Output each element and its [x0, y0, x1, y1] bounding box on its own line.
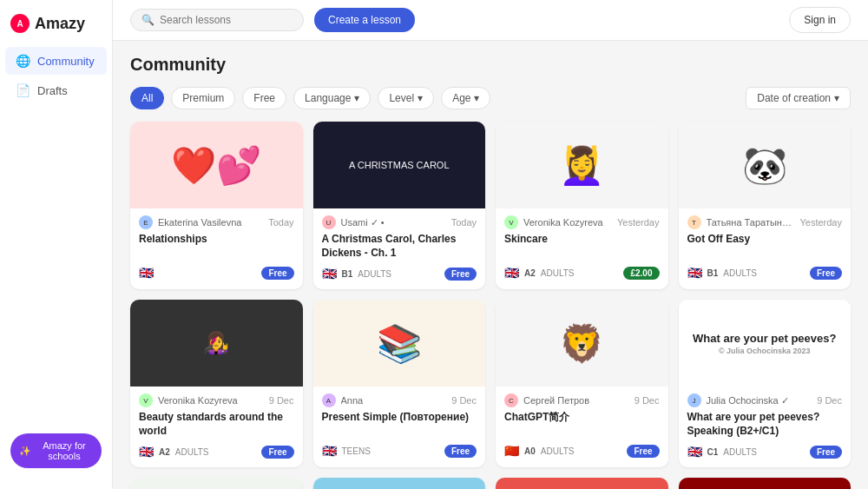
christmas-text: A CHRISTMAS CAROL: [345, 155, 454, 175]
lesson-card[interactable]: Merry Christmas S Sonya 7 Dec Christmas …: [679, 478, 852, 489]
panda-emoji: 🐼: [742, 144, 787, 187]
filter-level[interactable]: Level ▾: [378, 87, 434, 109]
sidebar-item-label: Community: [37, 55, 95, 68]
card-grid: ❤️💕 E Ekaterina Vasilevna Today Relation…: [130, 122, 851, 489]
avatar: Т: [687, 215, 701, 229]
card-title: Present Simple (Повторение): [322, 411, 477, 437]
sparkle-icon: ✨: [19, 446, 31, 457]
card-thumbnail: 👩‍🎤: [130, 300, 303, 387]
card-thumbnail: 🦁: [496, 300, 668, 387]
price-badge: Free: [261, 267, 293, 280]
lesson-card[interactable]: 🦁 С Сергей Петров 9 Dec ChatGPT简介 🇨🇳 A0: [496, 300, 668, 467]
card-author: Сергей Петров: [523, 395, 629, 406]
logo-icon: A: [10, 14, 30, 33]
search-icon: 🔍: [141, 14, 155, 26]
sign-in-button[interactable]: Sign in: [789, 7, 851, 33]
amazy-schools-button[interactable]: ✨ Amazy for schools: [10, 433, 102, 468]
flag-icon: 🇬🇧: [687, 445, 702, 459]
avatar: A: [322, 393, 336, 407]
price-badge: Free: [261, 446, 293, 459]
card-date: 9 Dec: [817, 395, 842, 406]
card-body: V Veronika Kozyreva Yesterday Skincare 🇬…: [496, 208, 668, 288]
create-lesson-button[interactable]: Create a lesson: [314, 8, 415, 32]
card-meta: V Veronika Kozyreva 9 Dec: [139, 393, 294, 407]
flag-icon: 🇬🇧: [139, 445, 154, 459]
card-meta: U Usami ✓ • Today: [322, 215, 477, 229]
header: 🔍 Create a lesson Sign in: [113, 0, 868, 41]
card-title: Got Off Easy: [687, 233, 843, 259]
card-title: Skincare: [504, 233, 660, 259]
lesson-card[interactable]: 🎁 К Кристина Бакала 8 Dec Gift giving 🇬🇧…: [313, 478, 486, 489]
sidebar-item-drafts[interactable]: 📄 Drafts: [5, 76, 107, 104]
globe-icon: 🌐: [16, 54, 30, 68]
card-title: A Christmas Carol, Charles Dickens - Ch.…: [322, 233, 477, 260]
books-emoji: 📚: [377, 322, 422, 365]
card-thumbnail: 💆‍♀️: [496, 122, 668, 208]
price-badge: Free: [444, 445, 477, 458]
card-body: U Usami ✓ • Today A Christmas Carol, Cha…: [313, 208, 486, 289]
card-author: Julia Ochocinska ✓: [707, 395, 812, 406]
main-content: 🔍 Create a lesson Sign in Community All …: [113, 0, 868, 489]
lesson-card[interactable]: What are your pet peeves? © Julia Ochoci…: [679, 300, 852, 467]
card-thumbnail: 🐼: [679, 122, 852, 208]
card-author: Veronika Kozyreva: [158, 395, 264, 406]
card-thumbnail: Merry Christmas: [679, 478, 852, 489]
card-thumbnail: 📚: [313, 300, 486, 387]
lesson-card[interactable]: WAY TO BE MORE PERSUASIVE 💡 F Faliya Gal…: [496, 478, 668, 489]
sidebar-item-community[interactable]: 🌐 Community: [5, 47, 107, 75]
lesson-card[interactable]: 👩‍🎤 V Veronika Kozyreva 9 Dec Beauty sta…: [130, 300, 303, 467]
card-date: Yesterday: [617, 217, 660, 228]
card-body: J Julia Ochocinska ✓ 9 Dec What are your…: [679, 387, 852, 467]
card-body: Т Татьяна Таратынова Yesterday Got Off E…: [679, 208, 852, 288]
card-title: Beauty standards around the world: [139, 411, 294, 438]
card-footer: 🇬🇧 TEENS Free: [322, 444, 477, 458]
audience-label: ADULTS: [723, 268, 757, 278]
flag-icon: 🇬🇧: [139, 266, 154, 280]
audience-label: ADULTS: [175, 447, 209, 457]
lesson-card[interactable]: 💆‍♀️ V Veronika Kozyreva Yesterday Skinc…: [496, 122, 668, 289]
price-badge: Free: [444, 268, 477, 281]
filter-free[interactable]: Free: [242, 87, 286, 109]
filter-age[interactable]: Age ▾: [441, 87, 490, 109]
card-date: 9 Dec: [269, 395, 294, 406]
card-author: Татьяна Таратынова: [707, 217, 795, 228]
card-footer: 🇬🇧 B1 ADULTS Free: [322, 267, 477, 281]
card-thumbnail: What are your pet peeves? © Julia Ochoci…: [679, 300, 852, 387]
card-author: Veronika Kozyreva: [523, 217, 612, 228]
lion-emoji: 🦁: [559, 322, 604, 365]
avatar: U: [322, 215, 336, 229]
price-badge: Free: [810, 267, 842, 280]
lesson-card[interactable]: 📚 A Anna 9 Dec Present Simple (Повторени…: [313, 300, 486, 467]
flag-icon: 🇬🇧: [687, 266, 702, 280]
card-footer: 🇬🇧 A2 ADULTS Free: [139, 445, 294, 459]
beauty-emoji: 👩‍🎤: [203, 331, 229, 355]
peeves-text: What are your pet peeves? © Julia Ochoci…: [679, 300, 852, 387]
card-author: Ekaterina Vasilevna: [158, 217, 263, 228]
card-footer: 🇬🇧 Free: [139, 266, 294, 280]
filter-all[interactable]: All: [130, 87, 164, 109]
audience-label: ADULTS: [541, 268, 575, 278]
price-badge: Free: [627, 445, 659, 458]
sort-dropdown[interactable]: Date of creation ▾: [746, 87, 851, 109]
level-badge: A2: [524, 268, 536, 278]
card-footer: 🇬🇧 B1 ADULTS Free: [687, 266, 843, 280]
avatar: V: [504, 215, 518, 229]
card-thumbnail: WAY TO BE MORE PERSUASIVE 💡: [496, 478, 668, 489]
lesson-card[interactable]: A CHRISTMAS CAROL U Usami ✓ • Today A Ch…: [313, 122, 486, 289]
avatar: J: [687, 393, 701, 407]
chevron-down-icon: ▾: [418, 92, 423, 104]
filter-language[interactable]: Language ▾: [293, 87, 371, 109]
search-input[interactable]: [160, 14, 293, 26]
card-meta: A Anna 9 Dec: [322, 393, 477, 407]
filter-premium[interactable]: Premium: [171, 87, 235, 109]
page-title: Community: [130, 55, 851, 75]
lesson-card[interactable]: 🎄🚗 S Sonya 9 Dec Present Simple & Presen…: [130, 478, 303, 489]
card-author: Usami ✓ •: [341, 217, 446, 228]
card-date: Today: [268, 217, 293, 228]
sidebar-footer: ✨ Amazy for schools: [0, 423, 112, 479]
card-date: Yesterday: [799, 217, 842, 228]
card-meta: С Сергей Петров 9 Dec: [504, 393, 660, 407]
lesson-card[interactable]: 🐼 Т Татьяна Таратынова Yesterday Got Off…: [679, 122, 852, 289]
search-box[interactable]: 🔍: [130, 9, 304, 31]
lesson-card[interactable]: ❤️💕 E Ekaterina Vasilevna Today Relation…: [130, 122, 303, 289]
